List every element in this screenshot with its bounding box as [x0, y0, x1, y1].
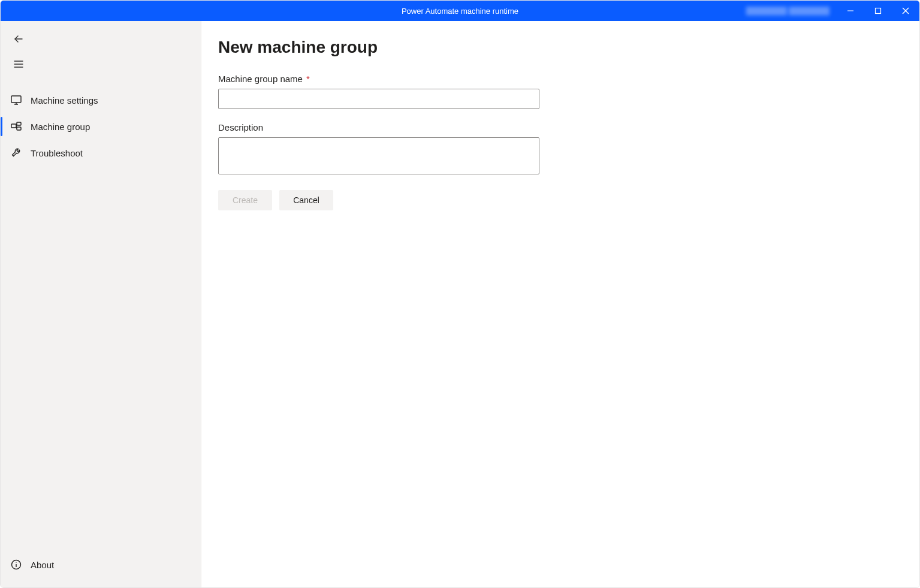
minimize-icon	[847, 7, 854, 14]
required-marker: *	[306, 74, 310, 84]
svg-line-15	[16, 126, 17, 129]
close-button[interactable]	[892, 1, 919, 21]
button-row: Create Cancel	[218, 190, 903, 210]
sidebar-item-label: Troubleshoot	[31, 148, 83, 158]
minimize-button[interactable]	[837, 1, 864, 21]
svg-rect-1	[876, 8, 881, 14]
svg-rect-8	[11, 96, 21, 102]
page-title: New machine group	[218, 38, 903, 57]
description-input[interactable]	[218, 137, 539, 174]
machine-group-name-input[interactable]	[218, 89, 539, 109]
field-machine-group-name: Machine group name *	[218, 74, 539, 109]
sidebar: Machine settings Machine group Troublesh…	[1, 21, 201, 587]
user-account-label: ████████ ████████	[746, 1, 829, 21]
svg-rect-11	[11, 124, 16, 128]
back-arrow-icon	[13, 34, 24, 44]
back-button[interactable]	[9, 29, 28, 49]
window-controls	[837, 1, 919, 21]
svg-point-18	[16, 562, 16, 563]
sidebar-nav: Machine settings Machine group Troublesh…	[1, 87, 201, 166]
maximize-icon	[874, 7, 882, 14]
titlebar: Power Automate machine runtime ████████ …	[1, 1, 919, 21]
window-title: Power Automate machine runtime	[402, 7, 518, 16]
monitor-icon	[10, 94, 22, 106]
svg-rect-12	[17, 122, 21, 125]
maximize-button[interactable]	[864, 1, 892, 21]
create-button[interactable]: Create	[218, 190, 272, 210]
svg-line-14	[16, 124, 17, 126]
close-icon	[902, 7, 909, 14]
sidebar-spacer	[1, 166, 201, 554]
cancel-button[interactable]: Cancel	[279, 190, 333, 210]
hamburger-button[interactable]	[9, 55, 28, 74]
machine-group-icon	[10, 120, 22, 132]
sidebar-top	[1, 21, 201, 74]
body: Machine settings Machine group Troublesh…	[1, 21, 919, 587]
info-icon	[10, 559, 22, 571]
sidebar-item-machine-settings[interactable]: Machine settings	[1, 87, 201, 113]
label-machine-group-name: Machine group name *	[218, 74, 539, 84]
app-window: Power Automate machine runtime ████████ …	[0, 0, 920, 588]
sidebar-item-machine-group[interactable]: Machine group	[1, 113, 201, 140]
sidebar-item-label: Machine group	[31, 122, 90, 132]
svg-rect-13	[17, 127, 21, 130]
main-content: New machine group Machine group name * D…	[201, 21, 919, 587]
label-description: Description	[218, 122, 539, 132]
sidebar-item-about[interactable]: About	[1, 554, 201, 575]
wrench-icon	[10, 147, 22, 159]
hamburger-icon	[13, 59, 24, 70]
sidebar-item-label: Machine settings	[31, 95, 98, 105]
sidebar-item-label: About	[31, 560, 54, 570]
label-text: Machine group name	[218, 74, 303, 84]
field-description: Description	[218, 122, 539, 177]
sidebar-item-troubleshoot[interactable]: Troubleshoot	[1, 140, 201, 166]
sidebar-footer: About	[1, 554, 201, 587]
